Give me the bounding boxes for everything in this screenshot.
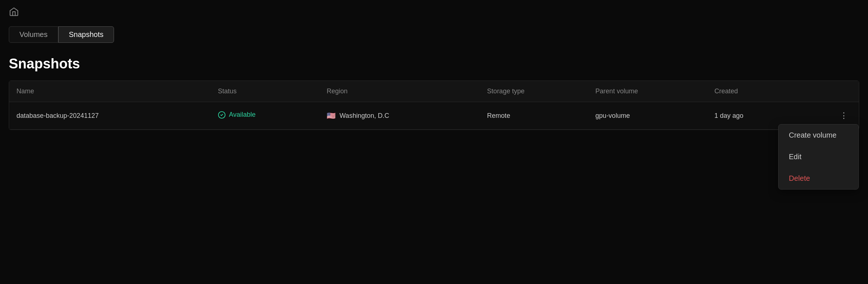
top-navigation [0, 0, 868, 23]
cell-parent-volume: gpu-volume [588, 102, 707, 130]
context-menu-delete[interactable]: Delete [779, 168, 858, 189]
status-label: Available [229, 111, 255, 119]
tab-snapshots[interactable]: Snapshots [58, 26, 114, 43]
cell-name: database-backup-20241127 [9, 102, 210, 130]
status-badge: Available [218, 111, 255, 119]
col-header-region: Region [319, 81, 480, 102]
col-header-name: Name [9, 81, 210, 102]
row-actions-button[interactable]: ⋮ [837, 109, 852, 122]
context-menu-create-volume[interactable]: Create volume [779, 124, 858, 146]
col-header-actions [798, 81, 859, 102]
available-icon [218, 111, 226, 119]
context-menu: Create volume Edit Delete [778, 124, 859, 190]
cell-actions: ⋮ Create volume Edit Delete [798, 102, 859, 130]
col-header-status: Status [210, 81, 319, 102]
cell-storage-type: Remote [480, 102, 588, 130]
col-header-created: Created [707, 81, 798, 102]
col-header-storage-type: Storage type [480, 81, 588, 102]
snapshots-table-container: Name Status Region Storage type Parent v… [9, 81, 859, 130]
tabs-container: Volumes Snapshots [0, 26, 868, 43]
table-header-row: Name Status Region Storage type Parent v… [9, 81, 859, 102]
page-title: Snapshots [0, 43, 868, 81]
snapshots-table: Name Status Region Storage type Parent v… [9, 81, 859, 130]
home-icon[interactable] [9, 7, 19, 17]
region-label: Washington, D.C [339, 112, 389, 120]
flag-icon: 🇺🇸 [327, 111, 336, 120]
context-menu-edit[interactable]: Edit [779, 146, 858, 168]
cell-region: 🇺🇸 Washington, D.C [319, 102, 480, 130]
tab-volumes[interactable]: Volumes [9, 26, 58, 43]
region-cell: 🇺🇸 Washington, D.C [327, 111, 389, 120]
table-row: database-backup-20241127 Available 🇺🇸 Wa… [9, 102, 859, 130]
cell-status: Available [210, 102, 319, 130]
col-header-parent-volume: Parent volume [588, 81, 707, 102]
